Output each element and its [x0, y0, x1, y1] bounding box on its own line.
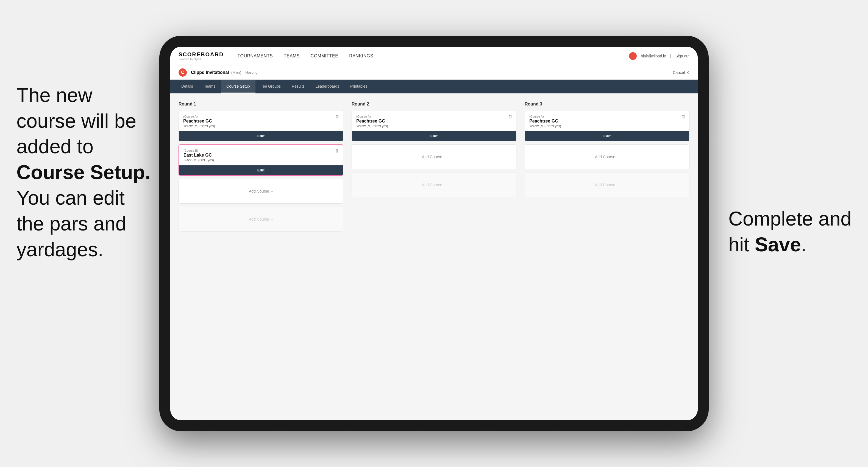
course-a-delete-button[interactable]: 🗑 — [334, 114, 340, 120]
course-a-name: Peachtree GC — [183, 119, 339, 124]
tab-course-setup[interactable]: Course Setup — [221, 80, 255, 93]
annotation-line7: yardages. — [17, 239, 103, 260]
user-avatar — [629, 52, 637, 60]
course-b-label: (Course B) — [184, 149, 338, 152]
course-b-name: East Lake GC — [184, 153, 338, 158]
course-a-details: Yellow (M) (6629 yds) — [183, 124, 339, 128]
course-a-label: (Course A) — [183, 115, 339, 118]
round-2-title: Round 2 — [351, 102, 517, 106]
round-2-add-course-button[interactable]: Add Course + — [351, 145, 517, 169]
course-b-delete-button[interactable]: 🗑 — [334, 148, 340, 154]
tournament-status: Hosting — [245, 70, 257, 74]
course-b-inner: (Course B) East Lake GC Black (M) (6891 … — [179, 145, 343, 162]
r2-course-a-details: Yellow (M) (6629 yds) — [356, 124, 512, 128]
tablet-screen: SCOREBOARD Powered by clippd TOURNAMENTS… — [170, 47, 698, 420]
r3-course-a-delete-button[interactable]: 🗑 — [680, 114, 686, 120]
round-1-course-b-card: (Course B) East Lake GC Black (M) (6891 … — [179, 145, 343, 176]
cancel-button[interactable]: Cancel ✕ — [673, 70, 689, 75]
tournament-bar: C Clippd Invitational (Men) Hosting Canc… — [170, 65, 698, 80]
annotation-right-line1: Complete and — [728, 208, 851, 230]
annotation-right: Complete and hit Save. — [728, 206, 851, 257]
r2-add-course-disabled-text: Add Course + — [422, 183, 446, 187]
tab-leaderboards[interactable]: Leaderboards — [310, 80, 345, 93]
rounds-grid: Round 1 (Course A) Peachtree GC Yellow (… — [179, 102, 689, 235]
r3-add-course-text: Add Course + — [595, 155, 619, 159]
tab-printables[interactable]: Printables — [345, 80, 373, 93]
nav-links: TOURNAMENTS TEAMS COMMITTEE RANKINGS — [237, 54, 629, 59]
r2-course-a-label: (Course A) — [356, 115, 512, 118]
nav-separator: | — [670, 54, 671, 58]
r3-course-a-edit-button[interactable]: Edit — [525, 131, 689, 141]
round-1-add-course-button[interactable]: Add Course + — [179, 179, 343, 204]
round-3-add-course-disabled: Add Course + — [525, 173, 689, 197]
round-2-add-course-disabled: Add Course + — [351, 173, 517, 197]
r2-course-a-delete-button[interactable]: 🗑 — [507, 114, 514, 120]
annotation-right-save: Save — [755, 234, 801, 255]
tab-tee-groups[interactable]: Tee Groups — [255, 80, 286, 93]
r3-add-course-disabled-text: Add Course + — [595, 183, 619, 187]
nav-right: blair@clippd.io | Sign out — [629, 52, 689, 60]
r3-course-a-label: (Course A) — [529, 115, 685, 118]
annotation-line2: course will be — [17, 110, 136, 132]
top-nav: SCOREBOARD Powered by clippd TOURNAMENTS… — [170, 47, 698, 65]
nav-rankings[interactable]: RANKINGS — [349, 54, 373, 59]
round-3-column: Round 3 (Course A) Peachtree GC Yellow (… — [525, 102, 689, 235]
round-1-column: Round 1 (Course A) Peachtree GC Yellow (… — [179, 102, 343, 235]
annotation-line6: the pars and — [17, 213, 126, 235]
annotation-bold: Course Setup. — [17, 161, 151, 183]
add-course-disabled-text: Add Course + — [249, 217, 273, 221]
tab-teams[interactable]: Teams — [198, 80, 221, 93]
r2-course-a-inner: (Course A) Peachtree GC Yellow (M) (6629… — [352, 111, 516, 128]
r3-course-a-inner: (Course A) Peachtree GC Yellow (M) (6629… — [525, 111, 689, 128]
tournament-name: Clippd Invitational — [191, 70, 229, 75]
round-2-column: Round 2 (Course A) Peachtree GC Yellow (… — [351, 102, 517, 235]
tabs-bar: Details Teams Course Setup Tee Groups Re… — [170, 80, 698, 93]
round-3-add-course-button[interactable]: Add Course + — [525, 145, 689, 169]
logo-scoreboard: SCOREBOARD — [179, 51, 224, 58]
annotation-line1: The new — [17, 84, 92, 106]
tab-results[interactable]: Results — [286, 80, 310, 93]
round-3-title: Round 3 — [525, 102, 689, 106]
round-2-course-a-card: (Course A) Peachtree GC Yellow (M) (6629… — [351, 111, 517, 141]
annotation-left: The new course will be added to Course S… — [17, 83, 151, 262]
course-a-edit-button[interactable]: Edit — [179, 131, 343, 141]
tablet-frame: SCOREBOARD Powered by clippd TOURNAMENTS… — [159, 36, 709, 431]
tab-details[interactable]: Details — [176, 80, 198, 93]
course-b-details: Black (M) (6891 yds) — [184, 158, 338, 162]
logo-powered: Powered by clippd — [179, 58, 224, 61]
add-course-text: Add Course + — [249, 189, 273, 193]
round-3-course-a-card: (Course A) Peachtree GC Yellow (M) (6629… — [525, 111, 689, 141]
round-1-title: Round 1 — [179, 102, 343, 106]
nav-teams[interactable]: TEAMS — [284, 54, 300, 59]
logo-area: SCOREBOARD Powered by clippd — [179, 51, 224, 61]
tournament-gender: (Men) — [231, 70, 242, 75]
nav-tournaments[interactable]: TOURNAMENTS — [237, 54, 273, 59]
round-1-add-course-disabled: Add Course + — [179, 207, 343, 231]
r3-course-a-details: Yellow (M) (6629 yds) — [529, 124, 685, 128]
main-content: Round 1 (Course A) Peachtree GC Yellow (… — [170, 93, 698, 420]
course-b-edit-button[interactable]: Edit — [179, 165, 343, 175]
round-1-course-a-card: (Course A) Peachtree GC Yellow (M) (6629… — [179, 111, 343, 141]
course-a-inner: (Course A) Peachtree GC Yellow (M) (6629… — [179, 111, 343, 128]
annotation-line3: added to — [17, 135, 93, 157]
annotation-right-line2-plain: hit — [728, 234, 755, 255]
user-email: blair@clippd.io — [641, 54, 666, 58]
r3-course-a-name: Peachtree GC — [529, 119, 685, 124]
nav-committee[interactable]: COMMITTEE — [311, 54, 338, 59]
r2-course-a-name: Peachtree GC — [356, 119, 512, 124]
sign-out-link[interactable]: Sign out — [676, 54, 689, 58]
r2-course-a-edit-button[interactable]: Edit — [352, 131, 516, 141]
r2-add-course-text: Add Course + — [422, 155, 446, 159]
annotation-line5: You can edit — [17, 187, 125, 209]
tournament-logo: C — [179, 68, 187, 76]
